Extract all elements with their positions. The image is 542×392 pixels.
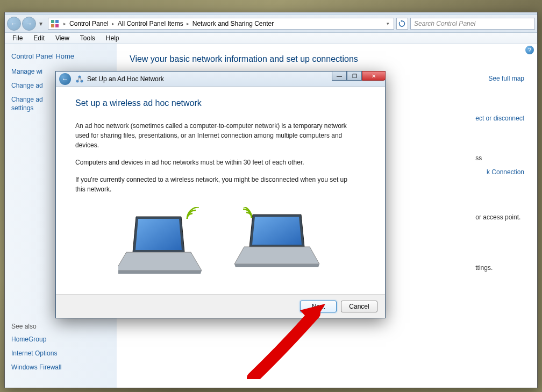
wizard-illustration bbox=[75, 207, 366, 277]
menu-view[interactable]: View bbox=[50, 33, 75, 43]
menu-edit[interactable]: Edit bbox=[28, 33, 50, 43]
wizard-footer: Next Cancel bbox=[56, 294, 385, 318]
nav-back-button[interactable]: ← bbox=[7, 17, 21, 31]
sidebar-homegroup[interactable]: HomeGroup bbox=[11, 336, 110, 343]
search-input[interactable]: Search Control Panel bbox=[410, 18, 535, 30]
breadcrumb[interactable]: ▸ Control Panel ▸ All Control Panel Item… bbox=[48, 18, 394, 30]
link-connect-disconnect[interactable]: ect or disconnect bbox=[475, 115, 524, 122]
wizard-maximize-button[interactable]: ❐ bbox=[347, 71, 362, 81]
svg-rect-1 bbox=[55, 20, 59, 23]
wizard-body: Set up a wireless ad hoc network An ad h… bbox=[56, 87, 385, 294]
laptop-left-icon bbox=[118, 207, 210, 277]
help-icon[interactable]: ? bbox=[525, 46, 534, 54]
svg-rect-2 bbox=[51, 24, 54, 27]
wizard-back-button[interactable]: ← bbox=[59, 73, 71, 85]
wizard-heading: Set up a wireless ad hoc network bbox=[75, 98, 366, 108]
wizard-close-button[interactable]: ✕ bbox=[362, 71, 386, 81]
sidebar-windows-firewall[interactable]: Windows Firewall bbox=[11, 364, 110, 371]
page-title: View your basic network information and … bbox=[130, 54, 524, 64]
nav-bar: ← → ▾ ▸ Control Panel ▸ All Control Pane… bbox=[5, 15, 537, 33]
chevron-down-icon[interactable]: ▾ bbox=[384, 21, 391, 26]
nav-forward-button[interactable]: → bbox=[22, 17, 36, 31]
wizard-paragraph-2: Computers and devices in ad hoc networks… bbox=[75, 158, 350, 167]
wizard-title: Set Up an Ad Hoc Network bbox=[87, 75, 164, 83]
chevron-right-icon: ▸ bbox=[61, 21, 68, 26]
breadcrumb-all-items[interactable]: All Control Panel Items bbox=[117, 20, 184, 27]
refresh-button[interactable] bbox=[396, 18, 408, 30]
search-placeholder: Search Control Panel bbox=[414, 20, 475, 27]
sidebar-see-also: See also bbox=[11, 323, 110, 330]
text-settings: ttings. bbox=[475, 264, 524, 272]
svg-rect-0 bbox=[51, 20, 54, 23]
sidebar-internet-options[interactable]: Internet Options bbox=[11, 350, 110, 357]
breadcrumb-network-sharing[interactable]: Network and Sharing Center bbox=[191, 20, 275, 27]
next-button[interactable]: Next bbox=[300, 301, 337, 312]
laptop-right-icon bbox=[231, 207, 323, 277]
menu-bar: File Edit View Tools Help bbox=[5, 33, 537, 44]
text-access-point: or access point. bbox=[475, 213, 524, 221]
wizard-minimize-button[interactable]: — bbox=[332, 71, 347, 81]
chevron-right-icon: ▸ bbox=[184, 21, 191, 26]
sidebar-home[interactable]: Control Panel Home bbox=[11, 52, 110, 60]
menu-help[interactable]: Help bbox=[101, 33, 125, 43]
nav-history-dropdown[interactable]: ▾ bbox=[37, 18, 45, 29]
breadcrumb-control-panel[interactable]: Control Panel bbox=[68, 20, 110, 27]
chevron-right-icon: ▸ bbox=[110, 21, 117, 26]
menu-file[interactable]: File bbox=[7, 33, 28, 43]
network-icon bbox=[75, 75, 84, 83]
wizard-titlebar[interactable]: ← Set Up an Ad Hoc Network — ❐ ✕ bbox=[56, 72, 385, 87]
wizard-dialog: ← Set Up an Ad Hoc Network — ❐ ✕ Set up … bbox=[55, 71, 386, 318]
link-full-map[interactable]: See full map bbox=[475, 75, 524, 82]
wizard-paragraph-1: An ad hoc network (sometimes called a co… bbox=[75, 121, 350, 150]
wizard-paragraph-3: If you're currently connected to a wirel… bbox=[75, 175, 350, 194]
link-network-connection[interactable]: k Connection bbox=[475, 168, 524, 176]
text-access: ss bbox=[475, 154, 524, 162]
control-panel-icon bbox=[51, 19, 59, 28]
menu-tools[interactable]: Tools bbox=[75, 33, 101, 43]
svg-rect-3 bbox=[55, 24, 59, 27]
cancel-button[interactable]: Cancel bbox=[341, 301, 377, 312]
